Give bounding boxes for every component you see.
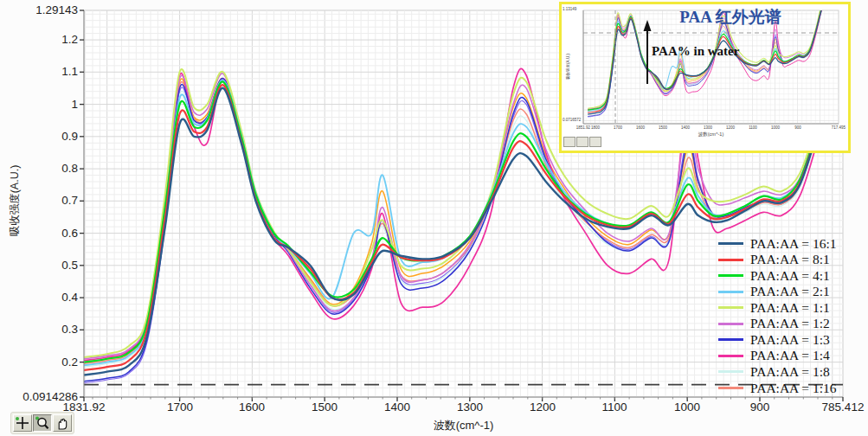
- inset-x-tick-label: 1700: [607, 125, 629, 130]
- y-tick-label: 0.5: [0, 259, 78, 272]
- x-tick-label: 1500: [288, 401, 361, 414]
- crosshair-icon: [14, 415, 31, 431]
- x-axis-title: 波数(cm^-1): [84, 418, 843, 433]
- x-tick-label: 1200: [506, 401, 579, 414]
- legend-label: PAA:AA = 1:8: [750, 364, 830, 380]
- legend-item[interactable]: PAA:AA = 1:1: [718, 299, 830, 316]
- legend-label: PAA:AA = 1:1: [750, 300, 830, 316]
- inset-x-tick-label: 900: [787, 125, 809, 130]
- legend-line-swatch: [718, 274, 743, 277]
- inset-cursor-tool: [563, 137, 575, 147]
- x-tick-label: 1000: [651, 401, 723, 414]
- legend-label: PAA:AA = 1:3: [750, 332, 830, 348]
- legend-label: PAA:AA = 4:1: [750, 268, 830, 284]
- inset-x-tick-label: 1400: [674, 125, 697, 130]
- y-axis-title: 吸收强度(A.U.): [8, 165, 23, 237]
- inset-x-tick-label: 1100: [742, 125, 764, 130]
- legend-item[interactable]: PAA:AA = 1:4: [718, 348, 830, 364]
- legend-item[interactable]: PAA:AA = 1:2: [718, 316, 830, 332]
- x-tick-label: 1100: [578, 401, 651, 414]
- x-tick-label: 785.412: [807, 401, 868, 414]
- cursor-tool-button[interactable]: [13, 414, 32, 432]
- legend-label: PAA:AA = 16:1: [750, 236, 836, 252]
- legend-line-swatch: [718, 387, 743, 389]
- legend-item[interactable]: PAA:AA = 16:1: [718, 235, 836, 252]
- labview-graph-window: { "main_chart": { "y_axis": { "title": "…: [0, 0, 868, 436]
- legend-line-swatch: [718, 306, 743, 309]
- legend-line-swatch: [718, 242, 743, 245]
- y-tick-label: 1.29143: [0, 3, 78, 16]
- zoom-tool-button[interactable]: [33, 414, 52, 432]
- legend-line-swatch: [718, 259, 743, 261]
- inset-zoom-tool: [576, 137, 588, 147]
- x-tick-label: 1300: [434, 401, 506, 414]
- y-tick-label: 0.2: [0, 356, 78, 369]
- legend-line-swatch: [718, 370, 743, 373]
- y-tick-label: 0.3: [0, 323, 78, 336]
- inset-x-tick-label: 1800: [584, 125, 607, 130]
- y-tick-label: 1.1: [0, 65, 78, 78]
- x-tick-label: 1400: [361, 401, 434, 414]
- legend-item[interactable]: PAA:AA = 4:1: [718, 267, 830, 284]
- inset-title: PAA 红外光谱: [631, 6, 830, 29]
- inset-x-tick-label: 1600: [629, 125, 652, 130]
- legend-label: PAA:AA = 1:4: [750, 348, 830, 363]
- x-tick-label: 1700: [144, 401, 216, 414]
- inset-chart: PAA 红外光谱 PAA% in water 1.13149 0.0716572…: [559, 2, 851, 153]
- inset-x-tick-label: 717.495: [827, 125, 850, 130]
- inset-graph-palette: [563, 137, 601, 147]
- legend-line-swatch: [718, 355, 743, 357]
- inset-y-max-tick: 1.13149: [563, 7, 576, 11]
- legend-label: PAA:AA = 1:2: [750, 316, 830, 331]
- inset-y-axis-title: 吸收强度(A.U.): [566, 54, 570, 80]
- pan-tool-button[interactable]: [53, 414, 72, 432]
- inset-annotation: PAA% in water: [652, 44, 739, 59]
- legend-item[interactable]: PAA:AA = 8:1: [718, 252, 830, 268]
- inset-y-min-tick: 0.0716572: [563, 118, 581, 122]
- legend-label: PAA:AA = 1:16: [750, 381, 836, 396]
- legend-line-swatch: [718, 323, 743, 325]
- legend-item[interactable]: PAA:AA = 1:8: [718, 363, 830, 380]
- pan-hand-icon: [54, 415, 71, 431]
- graph-palette: [10, 412, 74, 434]
- inset-x-tick-label: 1300: [697, 125, 719, 130]
- y-tick-label: 1.2: [0, 33, 78, 46]
- inset-x-axis-title: 波数(cm^-1): [583, 131, 839, 138]
- y-tick-label: 1: [0, 98, 78, 111]
- legend-label: PAA:AA = 8:1: [750, 252, 830, 267]
- inset-x-tick-label: 1500: [652, 125, 674, 130]
- legend-item[interactable]: PAA:AA = 1:3: [718, 331, 830, 348]
- legend-line-swatch: [718, 291, 743, 293]
- inset-x-tick-label: 1200: [719, 125, 742, 130]
- legend-line-swatch: [718, 338, 743, 341]
- legend-label: PAA:AA = 2:1: [750, 284, 830, 299]
- inset-pan-tool: [589, 137, 601, 147]
- x-tick-label: 900: [723, 401, 796, 414]
- legend-item[interactable]: PAA:AA = 1:16: [718, 380, 836, 396]
- y-tick-label: 0.4: [0, 291, 78, 304]
- x-tick-label: 1600: [215, 401, 288, 414]
- y-tick-label: 0.9: [0, 130, 78, 143]
- inset-x-tick-label: 1000: [764, 125, 787, 130]
- zoom-icon: [34, 415, 51, 431]
- legend-item[interactable]: PAA:AA = 2:1: [718, 284, 830, 300]
